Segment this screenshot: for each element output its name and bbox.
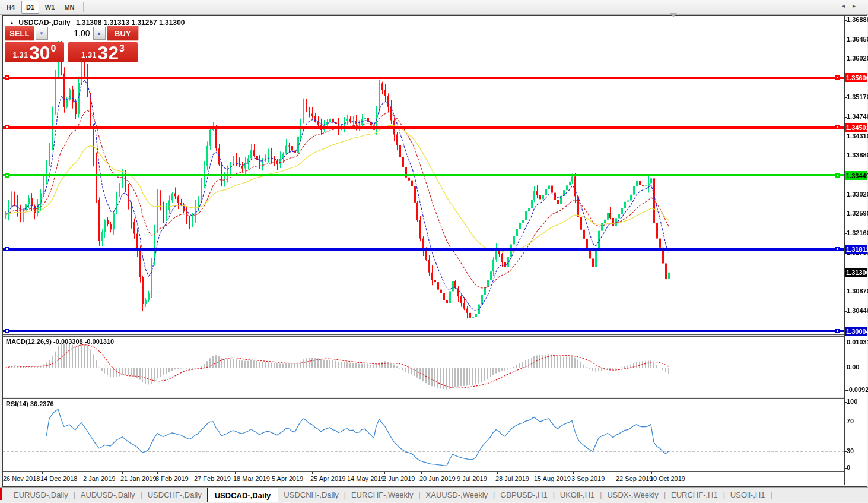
level-anchor-marker[interactable] <box>5 75 9 80</box>
rsi-axis-label: 30 <box>847 447 854 454</box>
tab-ukoil-h1[interactable]: UKOil-,H1 <box>555 488 600 502</box>
volume-decrease-button[interactable]: ▼ <box>36 27 48 40</box>
date-label: 14 Dec 2018 <box>40 475 77 482</box>
date-axis-tick <box>196 472 196 474</box>
date-axis-tick <box>274 472 274 474</box>
level-line-1.31812[interactable] <box>3 248 844 251</box>
date-axis-tick <box>573 472 574 474</box>
level-line-1.30004[interactable] <box>3 330 844 332</box>
date-axis-tick <box>497 472 498 474</box>
rsi-indicator-canvas[interactable] <box>3 399 844 471</box>
date-label: 28 Jul 2019 <box>495 475 529 482</box>
panel-splitter-macd[interactable] <box>3 334 845 337</box>
buy-button[interactable]: BUY <box>107 26 139 41</box>
date-label: 9 Jul 2019 <box>457 475 487 482</box>
level-line-1.33449[interactable] <box>3 174 844 176</box>
buy-price[interactable]: 1.31 32 3 <box>68 42 138 62</box>
price-axis-label: 1.34740 <box>847 113 868 120</box>
price-axis-label: 1.36020 <box>847 55 868 62</box>
tab-usdchf-daily[interactable]: USDCHF-,Daily <box>142 488 207 502</box>
level-anchor-marker[interactable] <box>5 247 9 251</box>
tab-usdcnh-daily[interactable]: USDCNH-,Daily <box>278 488 344 502</box>
level-anchor-marker[interactable] <box>835 125 840 129</box>
rsi-axis-label: 0 <box>847 464 850 471</box>
date-axis-tick <box>85 472 85 474</box>
sell-price-sup: 0 <box>51 43 56 54</box>
sell-button[interactable]: SELL <box>5 26 34 41</box>
price-badge-1.31812: 1.31812 <box>845 245 867 254</box>
tab-usoil-h1[interactable]: USOil-,H1 <box>725 488 771 502</box>
tabbar-accent <box>0 488 2 500</box>
date-axis-tick <box>421 472 422 474</box>
date-axis-tick <box>235 472 236 474</box>
level-anchor-marker[interactable] <box>5 329 9 333</box>
timeframe-buttons: H4D1W1MN <box>0 1 78 14</box>
level-anchor-marker[interactable] <box>835 173 840 178</box>
date-axis-tick <box>42 472 43 474</box>
date-axis-tick <box>5 472 5 474</box>
date-label: 27 Feb 2019 <box>194 475 231 482</box>
macd-indicator-canvas[interactable] <box>3 337 844 397</box>
date-label: 5 Apr 2019 <box>272 475 303 482</box>
volume-input[interactable] <box>48 27 93 40</box>
tab-divider: | <box>770 491 772 499</box>
scroll-to-end-marker-icon[interactable] <box>670 13 677 17</box>
tab-scroll-left-icon[interactable]: ◂ <box>842 2 845 9</box>
date-label: 18 Mar 2019 <box>233 475 270 482</box>
tab-gbpusd-h1[interactable]: GBPUSD-,H1 <box>495 488 552 502</box>
timeframe-button-mn[interactable]: MN <box>61 1 78 14</box>
date-label: 2 Jan 2019 <box>83 475 115 482</box>
level-anchor-marker[interactable] <box>835 247 840 251</box>
date-axis-tick <box>618 472 618 474</box>
tab-scroll-right-icon[interactable]: ▸ <box>853 2 856 9</box>
price-axis-label: 1.30870 <box>847 287 868 295</box>
price-axis-label: 1.36450 <box>847 36 868 43</box>
macd-label: MACD(12,26,9) -0.003308 -0.001310 <box>6 338 114 345</box>
tab-usdx-weekly[interactable]: USDX-,Weekly <box>602 488 663 502</box>
date-label: 3 Sep 2019 <box>571 475 605 482</box>
volume-increase-button[interactable]: ▲ <box>93 27 106 40</box>
trading-terminal-window: H4D1W1MN ▲ USDCAD-,Daily 1.31308 1.31313… <box>0 0 868 503</box>
tab-audusd-daily[interactable]: AUDUSD-,Daily <box>75 488 141 502</box>
collapse-triangle-icon[interactable]: ▲ <box>9 20 14 26</box>
tab-eurchf-weekly[interactable]: EURCHF-,Weekly <box>346 488 419 502</box>
price-badge-1.33449: 1.33449 <box>845 171 867 180</box>
level-anchor-marker[interactable] <box>5 173 9 178</box>
timeframe-button-w1[interactable]: W1 <box>41 1 59 14</box>
sell-price-prefix: 1.31 <box>13 50 28 59</box>
date-label: 21 Jan 2019 <box>120 475 157 482</box>
level-line-1.34501[interactable] <box>3 126 844 129</box>
tab-eurchf-h1[interactable]: EURCHF-,H1 <box>666 488 723 502</box>
price-badge-1.30004: 1.30004 <box>845 327 867 336</box>
date-label: 20 Jun 2019 <box>419 475 456 482</box>
rsi-axis-label: 70 <box>847 417 854 425</box>
date-axis-tick <box>157 472 158 474</box>
level-anchor-marker[interactable] <box>5 125 9 129</box>
price-axis-label: 1.33020 <box>847 191 868 198</box>
buy-price-prefix: 1.31 <box>81 50 96 59</box>
sell-price[interactable]: 1.31 30 0 <box>5 42 64 62</box>
date-label: 14 May 2019 <box>347 475 385 482</box>
timeframe-button-h4[interactable]: H4 <box>2 1 20 14</box>
panel-splitter-rsi[interactable] <box>3 397 845 399</box>
level-anchor-marker[interactable] <box>835 75 840 80</box>
date-label: 15 Aug 2019 <box>534 475 571 482</box>
date-axis-tick <box>651 472 652 474</box>
level-anchor-marker[interactable] <box>835 329 840 333</box>
chart-tabs-bar: EURUSD-,Daily|AUDUSD-,Daily|USDCHF-,Dail… <box>0 487 868 502</box>
price-axis-label: 1.35170 <box>847 93 868 100</box>
tab-xauusd-weekly[interactable]: XAUUSD-,Weekly <box>421 488 494 502</box>
timeframe-button-d1[interactable]: D1 <box>21 1 39 14</box>
date-axis-tick <box>122 472 123 474</box>
macd-axis-label: 0.00 <box>847 363 859 371</box>
rsi-bottom-border <box>3 471 845 472</box>
volume-spinner: ▼ ▲ <box>34 26 107 41</box>
price-axis-label: 1.30440 <box>847 307 868 314</box>
rsi-label: RSI(14) 36.2376 <box>6 400 54 407</box>
one-click-trading-widget: SELL ▼ ▲ BUY 1.31 30 0 1.31 32 3 <box>5 26 139 62</box>
level-line-1.35606[interactable] <box>3 77 844 79</box>
tab-usdcad-daily[interactable]: USDCAD-,Daily <box>207 488 279 502</box>
date-axis-tick <box>312 472 313 474</box>
tab-eurusd-daily[interactable]: EURUSD-,Daily <box>8 488 74 502</box>
price-axis-label: 1.36880 <box>847 16 868 23</box>
